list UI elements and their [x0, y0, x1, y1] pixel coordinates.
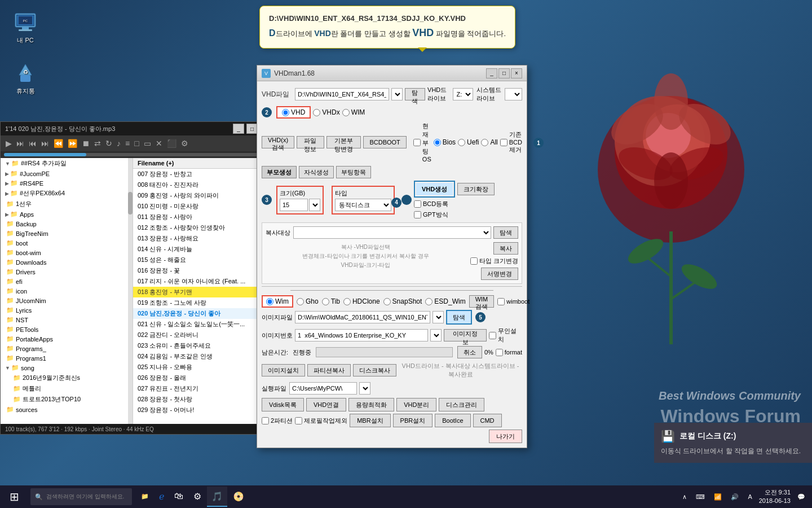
vhd-browse-btn[interactable]: 탐색 [405, 88, 425, 100]
playlist-item-020[interactable]: 020 남진,장윤정 - 당신이 좋아 [133, 308, 276, 319]
two-partition-check[interactable]: 2파티션 [262, 414, 293, 427]
tree-item-rs4pe[interactable]: ▶ 📁 #RS4PE [1, 178, 133, 188]
playlist[interactable]: Filename (+) 007 장윤정 - 반창고 008 태진아 - 진진자… [133, 158, 276, 432]
skip-btn[interactable]: ⏭ [39, 139, 51, 148]
image-info-btn[interactable]: 이미지정보 [444, 329, 487, 341]
dialog-minimize[interactable]: _ [486, 68, 497, 78]
type-change-check[interactable]: 타입 크기변경 [470, 257, 518, 265]
del-btn[interactable]: ✕ [154, 139, 164, 148]
sys-drive-select[interactable] [505, 88, 522, 100]
boot-change-btn[interactable]: 기본부팅변경 [326, 136, 361, 148]
taskbar-item-app2[interactable]: 📀 [228, 487, 249, 507]
taskbar-item-media[interactable]: 🎵 [207, 487, 227, 507]
file-tree[interactable]: ▼ 📁 ##RS4 추가파일 ▶ 📁 #JucomPE ▶ 📁 #RS4PE [1, 158, 133, 432]
tree-item-rs4[interactable]: ▼ 📁 ##RS4 추가파일 [1, 158, 133, 169]
vhd-drive-select[interactable]: Z: [453, 88, 473, 100]
playlist-item-025[interactable]: 025 지나유 - 오빠용 [133, 362, 276, 373]
exit-btn[interactable]: 나가기 [489, 430, 522, 443]
remove-readonly-check[interactable]: 제로필작업제외 [295, 414, 347, 427]
tree-item-downloads[interactable]: 📁 Downloads [1, 257, 133, 267]
copy-btn[interactable]: 복사 [493, 242, 518, 255]
partition-copy-btn[interactable]: 파티션복사 [307, 364, 351, 376]
image-file-dropdown[interactable]: ▼ [433, 311, 444, 323]
dialog-restore[interactable]: □ [498, 68, 510, 78]
repeat-btn[interactable]: ↻ [104, 139, 114, 148]
uefi-radio[interactable]: Uefi [458, 138, 479, 146]
pbr-btn[interactable]: PBR설치 [393, 414, 433, 427]
next-btn[interactable]: ⏭ [15, 139, 26, 148]
tree-item-trot2013[interactable]: 📁 트로트2013년TOP10 [1, 394, 133, 405]
radio-vhd[interactable]: VHD [282, 108, 305, 116]
image-num-dropdown[interactable]: ▼ [430, 329, 442, 341]
playlist-item-012[interactable]: 012 조항조 - 사랑찾아 인생찾아 [133, 222, 276, 233]
tree-item-1seonwu[interactable]: 📁 1선우 [1, 199, 133, 209]
bios-radio[interactable]: Bios [434, 138, 456, 146]
gpt-check[interactable]: GPT방식 [414, 211, 495, 219]
tree-item-medley[interactable]: 📁 메틀리 [1, 383, 133, 394]
playlist-item-029[interactable]: 029 장윤정 - 어머나! [133, 405, 276, 415]
tray-keyboard[interactable]: ⌨ [694, 492, 707, 502]
vhd-connect-btn[interactable]: VHD연결 [306, 398, 346, 411]
radio-snapshot[interactable]: SnapShot [383, 297, 422, 305]
playlist-item-019[interactable]: 019 조항조 - 그노에 사랑 [133, 297, 276, 308]
vhd-gen-btn[interactable]: VHD생성 [416, 183, 453, 195]
mbr-btn[interactable]: MBR설치 [350, 414, 390, 427]
seek-bar[interactable] [4, 153, 279, 156]
tab-boot[interactable]: 부팅항목 [336, 166, 371, 178]
dialog-win-btns[interactable]: _ □ × [486, 68, 522, 78]
wimboot-check[interactable]: wimboot [497, 298, 529, 305]
bootice-btn[interactable]: BootIce [435, 414, 470, 427]
cancel-btn[interactable]: 취소 [457, 346, 482, 358]
taskbar-item-explorer[interactable]: 📁 [136, 487, 153, 507]
tree-item-efi[interactable]: 📁 efi [1, 277, 133, 286]
playlist-item-008[interactable]: 008 태진아 - 진진자라 [133, 179, 276, 190]
type-select[interactable]: 동적디스크 고정디스크 [335, 199, 391, 211]
align-btn[interactable]: ⬛ [165, 139, 178, 148]
image-file-input[interactable] [295, 311, 430, 323]
settings-btn[interactable]: ⚙ [179, 139, 190, 148]
tree-item-lyrics[interactable]: 📁 Lyrics [1, 305, 133, 315]
tree-item-programs[interactable]: 📁 Programs_ [1, 344, 133, 353]
tree-item-petools[interactable]: 📁 PETools [1, 325, 133, 334]
shuffle-btn[interactable]: ⇄ [92, 139, 103, 148]
radio-esd-wim[interactable]: ESD_Wim [425, 297, 465, 305]
tree-scrollbar[interactable] [128, 158, 133, 432]
taskbar-item-settings[interactable]: ⚙ [189, 487, 206, 507]
view2-btn[interactable]: ▭ [142, 139, 153, 148]
media-player-maximize[interactable]: □ [246, 124, 258, 134]
image-browse-btn[interactable]: 탐색 [447, 311, 471, 323]
bcd-reg-check[interactable]: BCD등록 [414, 200, 495, 208]
resize-btn[interactable]: 크기확장 [457, 183, 495, 195]
playlist-item-009[interactable]: 009 홍진영 - 사랑의 와이파이 [133, 190, 276, 201]
playlist-item-014[interactable]: 014 신유 - 시계바늘 [133, 244, 276, 255]
playlist-item-021[interactable]: 021 신유 - 일소일소 일노일노(一笑一... [133, 319, 276, 330]
playlist-item-011[interactable]: 011 장윤정 - 사랑아 [133, 212, 276, 222]
exec-file-dropdown[interactable]: ▼ [359, 382, 370, 395]
tree-item-apps[interactable]: ▶ 📁 Apps [1, 209, 133, 219]
radio-gho[interactable]: Gho [297, 297, 319, 305]
tab-child[interactable]: 자식생성 [299, 166, 334, 178]
vdisk-list-btn[interactable]: Vdisk목록 [262, 398, 304, 411]
forward-btn[interactable]: ⏩ [66, 139, 79, 148]
disk-manage-btn[interactable]: 디스크관리 [439, 398, 484, 411]
playlist-item-018[interactable]: 018 홍진영 - 부기맨 [133, 287, 276, 297]
vol-btn[interactable]: ♪ [115, 139, 122, 148]
vhd-search-btn[interactable]: VHD(x)검색 [262, 136, 294, 148]
play-btn[interactable]: ▶ [4, 139, 14, 148]
view1-btn[interactable]: □ [133, 139, 140, 148]
current-boot-check[interactable]: 현재 부팅 OS [413, 122, 431, 163]
copy-select[interactable] [293, 226, 491, 239]
tray-volume[interactable]: 🔊 [729, 492, 741, 502]
tray-ime[interactable]: A [745, 492, 754, 501]
eq-btn[interactable]: ≡ [123, 139, 131, 148]
playlist-item-024[interactable]: 024 김용임 - 부조같은 인생 [133, 351, 276, 362]
rewind-btn[interactable]: ⏪ [52, 139, 65, 148]
tree-item-drivers[interactable]: 📁 Drivers [1, 267, 133, 277]
tray-chevron[interactable]: ∧ [680, 492, 689, 502]
playlist-item-028[interactable]: 028 장윤정 - 첫사랑 [133, 394, 276, 405]
radio-wim-type[interactable]: Wim [266, 297, 289, 305]
capacity-optimize-btn[interactable]: 용량최적화 [348, 398, 394, 411]
vhd-file-dropdown[interactable]: ▼ [391, 88, 403, 100]
playlist-item-026[interactable]: 026 장윤정 - 올래 [133, 373, 276, 383]
sign-change-btn[interactable]: 서명변경 [481, 268, 518, 280]
